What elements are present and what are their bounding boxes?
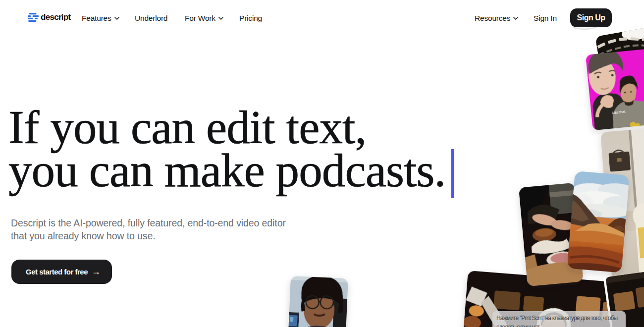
svg-text:сделать скриншот: сделать скриншот (496, 324, 540, 327)
svg-text:Нажмите "Prnt Scrn" на клавиат: Нажмите "Prnt Scrn" на клавиатуре для то… (496, 315, 618, 322)
